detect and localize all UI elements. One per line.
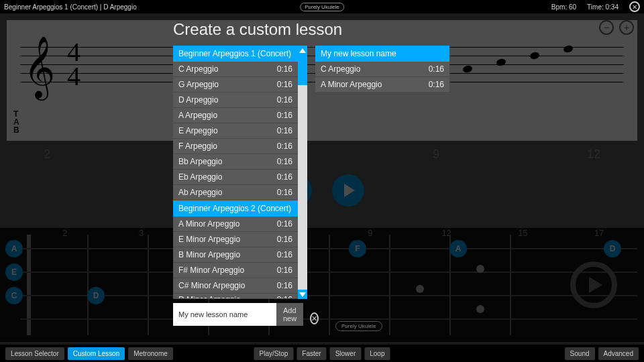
source-list-item[interactable]: C# Minor Arpeggio0:16	[173, 278, 298, 294]
source-list-item[interactable]: A Arpeggio0:16	[173, 108, 298, 123]
treble-clef-icon: 𝄞	[23, 37, 55, 99]
scroll-thumb[interactable]	[298, 55, 307, 85]
finger-marker: D	[87, 287, 105, 304]
scrollbar[interactable]	[298, 46, 307, 299]
source-list-item[interactable]: Ab Arpeggio0:16	[173, 185, 298, 200]
source-group-header: Beginner Arpeggios 1 (Concert)	[173, 46, 298, 62]
breadcrumb: Beginner Arpeggios 1 (Concert) | D Arpeg…	[4, 3, 137, 11]
source-list-item[interactable]: C Arpeggio0:16	[173, 62, 298, 77]
target-lesson-list: My new lesson name C Arpeggio0:16A Minor…	[315, 46, 449, 326]
finger-marker: E	[5, 263, 23, 281]
source-list-item[interactable]: Eb Arpeggio0:16	[173, 170, 298, 185]
source-lesson-list: Beginner Arpeggios 1 (Concert)C Arpeggio…	[173, 46, 298, 299]
scroll-up-button[interactable]	[298, 46, 307, 55]
faster-button[interactable]: Faster	[297, 347, 326, 360]
finger-marker: D	[604, 240, 621, 257]
breadcrumb-item: D Arpeggio	[103, 3, 136, 11]
create-custom-lesson-modal: Create a custom lesson Beginner Arpeggio…	[173, 20, 482, 326]
slower-button[interactable]: Slower	[330, 347, 362, 360]
modal-title: Create a custom lesson	[173, 20, 482, 39]
scroll-down-button[interactable]	[298, 290, 307, 299]
source-list-item[interactable]: E Arpeggio0:16	[173, 123, 298, 139]
add-new-button[interactable]: Add new	[276, 303, 303, 326]
bottom-bar: Lesson Selector Custom Lesson Metronome …	[0, 345, 644, 362]
tab-label: TAB	[13, 110, 19, 134]
target-list-item[interactable]: A Minor Arpeggio0:16	[315, 77, 449, 93]
scroll-right-icon[interactable]	[570, 261, 617, 308]
source-list-item[interactable]: F# Minor Arpeggio0:16	[173, 263, 298, 278]
custom-lesson-button[interactable]: Custom Lesson	[68, 347, 125, 360]
metronome-button[interactable]: Metronome	[128, 347, 173, 360]
bpm-display: Bpm: 60	[551, 3, 576, 11]
source-list-item[interactable]: D Minor Arpeggio0:16	[173, 294, 298, 299]
sound-button[interactable]: Sound	[565, 347, 595, 360]
source-list-item[interactable]: F Arpeggio0:16	[173, 139, 298, 154]
breadcrumb-lesson: Beginner Arpeggios 1 (Concert)	[4, 3, 98, 11]
app-logo: Purely Ukulele	[300, 3, 344, 11]
source-list-item[interactable]: Bb Arpeggio0:16	[173, 154, 298, 170]
prev-icon[interactable]: ‹	[5, 201, 10, 219]
target-list-header: My new lesson name	[315, 46, 449, 62]
next-icon[interactable]: ›	[634, 201, 639, 219]
source-list-item[interactable]: G Arpeggio0:16	[173, 77, 298, 93]
scroll-track[interactable]	[298, 55, 307, 290]
app-close-button[interactable]: ✕	[629, 1, 640, 12]
advanced-button[interactable]: Advanced	[598, 347, 639, 360]
play-stop-button[interactable]: Play/Stop	[254, 347, 294, 360]
top-bar: Beginner Arpeggios 1 (Concert) | D Arpeg…	[0, 0, 644, 13]
target-list-item[interactable]: C Arpeggio0:16	[315, 62, 449, 77]
source-list-item[interactable]: E Minor Arpeggio0:16	[173, 232, 298, 247]
lesson-name-input[interactable]	[173, 303, 276, 326]
source-list-item[interactable]: B Minor Arpeggio0:16	[173, 247, 298, 263]
finger-marker: A	[5, 240, 23, 257]
time-display: Time: 0:34	[587, 3, 619, 11]
zoom-out-icon[interactable]: −	[599, 20, 614, 35]
finger-marker: C	[5, 287, 23, 304]
time-signature: 44	[67, 40, 80, 88]
source-list-item[interactable]: D Arpeggio0:16	[173, 93, 298, 108]
loop-button[interactable]: Loop	[364, 347, 390, 360]
lesson-selector-button[interactable]: Lesson Selector	[5, 347, 64, 360]
source-group-header: Beginner Arpeggios 2 (Concert)	[173, 200, 298, 217]
source-list-item[interactable]: A Minor Arpeggio0:16	[173, 217, 298, 232]
zoom-in-icon[interactable]: +	[619, 20, 634, 35]
